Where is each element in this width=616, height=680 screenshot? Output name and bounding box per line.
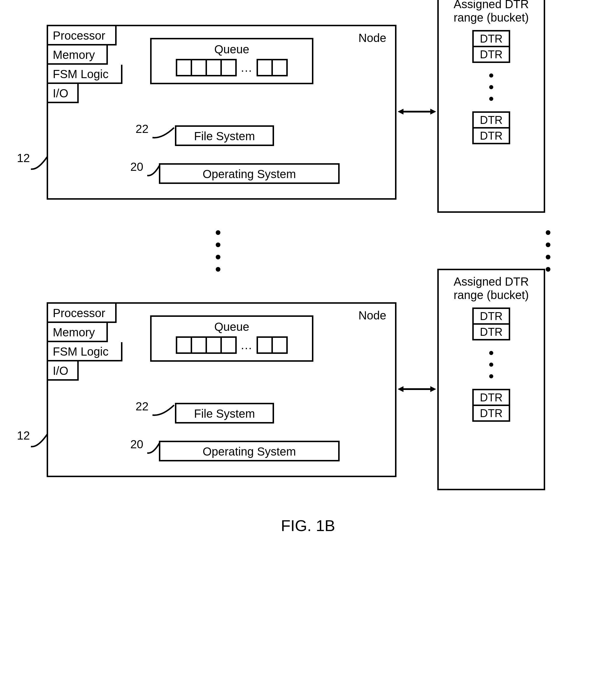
dtr-stack-bottom-upper: DTR DTR [472,308,510,340]
bucket-vdots [439,351,544,378]
lead-22-bottom [151,403,177,418]
top-row: 12 Node Processor Memory FSM Logic I/O Q… [12,12,604,213]
queue-label: Queue [151,320,312,334]
bucket-title: Assigned DTR range (bucket) [439,275,544,302]
stack-fsm-logic: FSM Logic [47,342,122,362]
bucket-title-line2: range (bucket) [454,288,529,302]
dtr-cell: DTR [472,111,510,129]
double-arrow-icon [396,383,437,395]
queue-cell [205,336,222,354]
dtr-cell: DTR [472,323,510,340]
ref-20-top: 20 [130,160,143,173]
bucket-title: Assigned DTR range (bucket) [439,0,544,24]
queue-cells: ... [151,336,312,354]
queue-cell [220,336,237,354]
ref-20-bottom: 20 [130,438,143,451]
dtr-cell: DTR [472,389,510,406]
queue-ellipsis: ... [241,61,252,74]
dtr-cell: DTR [472,127,510,144]
svg-marker-4 [398,386,403,392]
bucket-bottom: Assigned DTR range (bucket) DTR DTR DTR … [437,269,545,490]
double-arrow-bottom [396,383,437,396]
stack-processor: Processor [47,25,117,46]
svg-marker-2 [430,109,436,115]
svg-marker-1 [398,109,403,115]
bucket-title-line2: range (bucket) [454,11,529,24]
dtr-cell: DTR [472,404,510,422]
queue-cell [256,336,273,354]
queue-cell [205,59,222,76]
vdots-buckets [546,230,551,272]
bucket-vdots [439,74,544,101]
double-arrow-top [396,106,437,119]
figure-caption: FIG. 1B [12,516,604,535]
mid-dots-row [12,230,604,272]
queue-cell [220,59,237,76]
stack-io: I/O [47,84,79,103]
dtr-cell: DTR [472,308,510,325]
queue-cells: ... [151,59,312,76]
bucket-top: Assigned DTR range (bucket) DTR DTR DTR … [437,0,545,213]
node-block-top: Node Processor Memory FSM Logic I/O Queu… [47,25,396,200]
bucket-title-line1: Assigned DTR [454,275,529,288]
node-side-stack: Processor Memory FSM Logic I/O [47,302,122,381]
ref-22-top: 22 [136,122,149,136]
queue-cell [256,59,273,76]
node-title: Node [358,309,386,322]
file-system-box: File System [175,125,274,146]
queue-box: Queue ... [150,315,313,362]
queue-cell [191,336,207,354]
lead-22-top [151,126,177,141]
ref-22-bottom: 22 [136,400,149,413]
file-system-box: File System [175,403,274,424]
queue-ellipsis: ... [241,339,252,352]
queue-label: Queue [151,43,312,56]
figure-1b: 12 Node Processor Memory FSM Logic I/O Q… [12,12,604,535]
bucket-title-line1: Assigned DTR [454,0,529,10]
stack-processor: Processor [47,302,117,323]
operating-system-box: Operating System [159,163,340,184]
node-side-stack: Processor Memory FSM Logic I/O [47,25,122,103]
queue-cell [272,336,288,354]
stack-memory: Memory [47,46,108,65]
queue-cell [272,59,288,76]
stack-fsm-logic: FSM Logic [47,65,122,84]
double-arrow-icon [396,106,437,117]
vdots-nodes [216,230,220,272]
svg-marker-5 [430,386,436,392]
queue-cell [191,59,207,76]
node-title: Node [358,31,386,45]
stack-io: I/O [47,362,79,381]
dtr-cell: DTR [472,30,510,47]
queue-cell [176,336,192,354]
node-block-bottom: Node Processor Memory FSM Logic I/O Queu… [47,302,396,477]
queue-cell [176,59,192,76]
stack-memory: Memory [47,323,108,342]
bottom-row: 12 Node Processor Memory FSM Logic I/O Q… [12,289,604,490]
dtr-stack-top-upper: DTR DTR [472,30,510,63]
dtr-stack-bottom-lower: DTR DTR [472,389,510,422]
operating-system-box: Operating System [159,441,340,461]
dtr-stack-top-lower: DTR DTR [472,111,510,144]
dtr-cell: DTR [472,46,510,63]
queue-box: Queue ... [150,38,313,84]
